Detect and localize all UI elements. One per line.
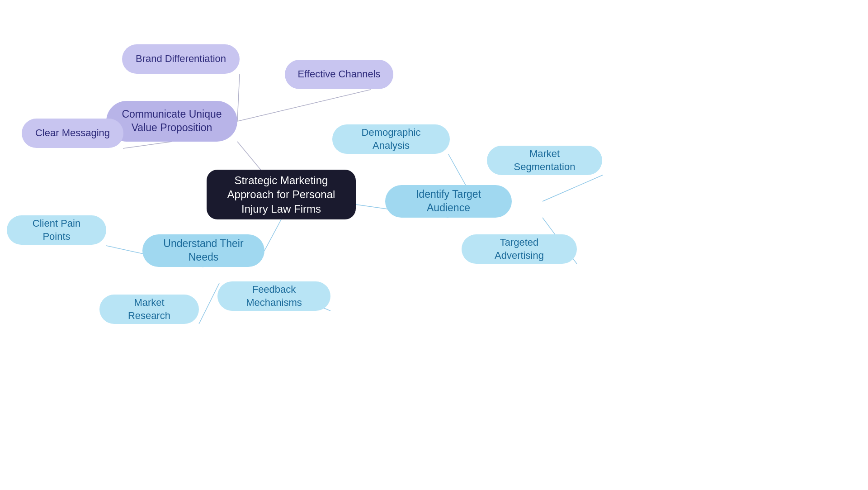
center-node-label: Strategic Marketing Approach for Persona… bbox=[219, 173, 343, 216]
identify-audience-label: Identify Target Audience bbox=[398, 188, 499, 215]
effective-channels-node[interactable]: Effective Channels bbox=[285, 60, 393, 89]
svg-line-6 bbox=[199, 283, 219, 324]
feedback-mechanisms-label: Feedback Mechanisms bbox=[230, 283, 318, 309]
understand-needs-label: Understand Their Needs bbox=[155, 237, 252, 264]
demographic-analysis-node[interactable]: Demographic Analysis bbox=[332, 124, 450, 154]
svg-line-10 bbox=[542, 175, 603, 201]
market-research-node[interactable]: Market Research bbox=[99, 295, 199, 324]
targeted-advertising-label: Targeted Advertising bbox=[474, 236, 564, 262]
understand-needs-node[interactable]: Understand Their Needs bbox=[142, 234, 264, 267]
market-segmentation-label: Market Segmentation bbox=[500, 147, 590, 173]
market-segmentation-node[interactable]: Market Segmentation bbox=[487, 146, 602, 175]
clear-messaging-label: Clear Messaging bbox=[35, 127, 110, 140]
targeted-advertising-node[interactable]: Targeted Advertising bbox=[462, 234, 577, 264]
client-pain-points-node[interactable]: Client Pain Points bbox=[7, 215, 106, 245]
demographic-analysis-label: Demographic Analysis bbox=[345, 126, 437, 152]
svg-line-1 bbox=[237, 74, 240, 121]
clear-messaging-node[interactable]: Clear Messaging bbox=[22, 119, 123, 148]
market-research-label: Market Research bbox=[112, 296, 186, 322]
center-node[interactable]: Strategic Marketing Approach for Persona… bbox=[207, 170, 356, 219]
brand-differentiation-label: Brand Differentiation bbox=[136, 52, 226, 66]
purple-mid-node[interactable]: Communicate Unique Value Proposition bbox=[106, 101, 237, 142]
purple-mid-node-label: Communicate Unique Value Proposition bbox=[119, 108, 225, 135]
identify-audience-node[interactable]: Identify Target Audience bbox=[385, 185, 512, 218]
svg-line-4 bbox=[264, 219, 281, 251]
svg-line-3 bbox=[123, 142, 172, 148]
brand-differentiation-node[interactable]: Brand Differentiation bbox=[122, 44, 240, 74]
svg-line-2 bbox=[237, 90, 371, 121]
effective-channels-label: Effective Channels bbox=[297, 68, 380, 81]
feedback-mechanisms-node[interactable]: Feedback Mechanisms bbox=[217, 281, 330, 311]
client-pain-points-label: Client Pain Points bbox=[19, 217, 94, 243]
